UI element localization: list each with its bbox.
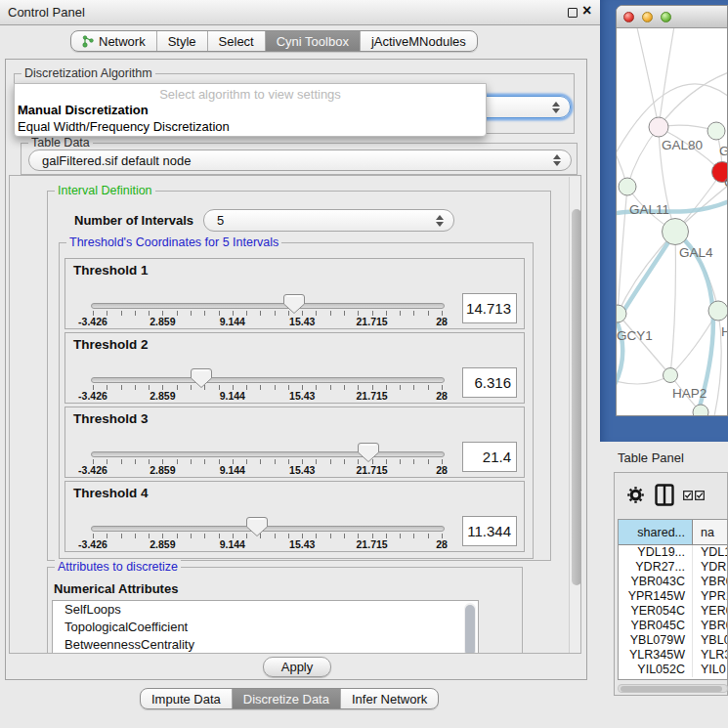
slider-tick-label: -3.426	[68, 390, 117, 402]
threshold-slider-track[interactable]	[91, 451, 445, 457]
apply-button[interactable]: Apply	[263, 657, 331, 677]
close-traffic-light-icon[interactable]	[623, 12, 634, 22]
cell-shared-name[interactable]: YBR045C	[619, 619, 693, 633]
cell-shared-name[interactable]: YLR345W	[619, 648, 693, 663]
slider-tick	[191, 534, 192, 538]
cell-shared-name[interactable]: YBR043C	[619, 575, 693, 589]
network-node[interactable]	[663, 219, 689, 245]
panel-scrollbar-thumb[interactable]	[572, 209, 581, 585]
numerical-attributes-list[interactable]: SelfLoopsTopologicalCoefficientBetweenne…	[52, 600, 479, 654]
list-scrollbar-thumb[interactable]	[465, 605, 475, 654]
network-node[interactable]	[649, 117, 668, 137]
gear-icon[interactable]	[626, 486, 645, 504]
network-node[interactable]	[664, 368, 678, 383]
table-row[interactable]: YER054CYER0	[619, 604, 727, 619]
table-row[interactable]: YBR045CYBR0	[619, 619, 727, 633]
table-row[interactable]: YBR043CYBR0	[619, 575, 727, 589]
zoom-traffic-light-icon[interactable]	[661, 12, 671, 22]
table-data-combobox[interactable]: galFiltered.sif default node	[28, 150, 572, 171]
threshold-slider-thumb[interactable]	[357, 442, 380, 463]
checkbox-icon[interactable]	[683, 491, 693, 500]
close-icon[interactable]: ×	[582, 2, 591, 20]
cell-shared-name[interactable]: YDL19...	[619, 545, 693, 560]
table-row[interactable]: YLR345WYLR3	[619, 648, 727, 663]
network-canvas[interactable]: GAL80GACGAL11GAL4HGCY1HAP2	[617, 28, 728, 416]
slider-tick	[400, 385, 401, 390]
tab-style[interactable]: Style	[156, 31, 207, 51]
column-header-shared-name[interactable]: shared...	[619, 520, 693, 544]
tab-infer-network[interactable]: Infer Network	[340, 689, 438, 708]
table-row[interactable]: YIL052CYIL0	[619, 663, 727, 677]
threshold-value-field[interactable]: 14.713	[462, 293, 517, 323]
slider-tick	[135, 459, 136, 464]
threshold-slider-thumb[interactable]	[190, 367, 213, 389]
cell-shared-name[interactable]: YER054C	[619, 604, 693, 619]
threshold-slider-track[interactable]	[91, 377, 445, 383]
network-node[interactable]	[619, 178, 636, 195]
cell-shared-name[interactable]: YPR145W	[619, 589, 693, 604]
tab-impute-data[interactable]: Impute Data	[141, 689, 232, 708]
panel-scrollbar[interactable]	[569, 177, 581, 653]
cell-name[interactable]: YBL0	[693, 633, 727, 648]
cell-name[interactable]: YLR3	[693, 648, 727, 663]
table-horizontal-scrollbar[interactable]	[618, 684, 728, 693]
column-header-name[interactable]: na	[693, 520, 727, 544]
slider-tick-label: 21.715	[348, 538, 397, 550]
number-of-intervals-combobox[interactable]: 5	[203, 209, 454, 232]
cell-name[interactable]: YIL0	[693, 663, 727, 677]
table-row[interactable]: YDL19...YDL1	[619, 545, 727, 560]
combo-stepper-icon	[436, 215, 444, 227]
threshold-slider-track[interactable]	[91, 303, 445, 309]
slider-tick	[344, 534, 345, 538]
cell-name[interactable]: YPR1	[693, 589, 727, 604]
table-row[interactable]: YPR145WYPR1	[619, 589, 727, 604]
cell-shared-name[interactable]: YBL079W	[619, 633, 693, 648]
network-node[interactable]	[707, 122, 725, 140]
table-horizontal-scrollbar-thumb[interactable]	[621, 686, 722, 692]
table-data-title: Table Data	[28, 136, 93, 150]
slider-tick-label: 21.715	[348, 390, 397, 402]
tab-select[interactable]: Select	[207, 31, 265, 51]
columns-icon[interactable]	[655, 484, 674, 506]
node-table: shared... na YDL19...YDL1YDR27...YDR2YBR…	[618, 519, 728, 680]
slider-tick-label: -3.426	[68, 538, 117, 550]
table-row[interactable]: YDR27...YDR2	[619, 560, 727, 575]
attribute-item[interactable]: SelfLoops	[53, 601, 478, 619]
tab-label: Discretize Data	[243, 692, 329, 707]
cell-name[interactable]: YDL1	[693, 545, 727, 560]
threshold-value-field[interactable]: 21.4	[462, 442, 517, 472]
float-window-icon[interactable]	[568, 8, 578, 18]
algorithm-option-manual[interactable]: Manual Discretization	[15, 102, 486, 118]
algorithm-option-equal-width[interactable]: Equal Width/Frequency Discretization	[15, 118, 486, 135]
cell-name[interactable]: YBR0	[693, 619, 727, 633]
slider-tick	[135, 311, 136, 316]
tab-label: Network	[99, 34, 146, 49]
cell-shared-name[interactable]: YDR27...	[619, 560, 693, 575]
cell-name[interactable]: YER0	[693, 604, 727, 619]
minimize-traffic-light-icon[interactable]	[642, 12, 653, 22]
checkbox-icon[interactable]	[695, 491, 705, 500]
threshold-value-field[interactable]: 6.316	[462, 367, 517, 398]
tab-discretize-data[interactable]: Discretize Data	[232, 689, 340, 708]
threshold-value-field[interactable]: 11.344	[462, 516, 517, 546]
table-data-group: Table Data galFiltered.sif default node	[21, 143, 578, 175]
attribute-item[interactable]: TopologicalCoefficient	[53, 619, 478, 636]
table-row[interactable]: YBL079WYBL0	[619, 633, 727, 648]
cell-shared-name[interactable]: YIL052C	[619, 663, 693, 677]
slider-tick	[330, 459, 331, 464]
network-node-label: H	[721, 324, 728, 339]
slider-tick	[344, 385, 345, 390]
threshold-slider-thumb[interactable]	[245, 516, 269, 537]
table-panel-content: shared... na YDL19...YDL1YDR27...YDR2YBR…	[614, 472, 728, 696]
list-scrollbar[interactable]	[464, 603, 476, 654]
cell-name[interactable]: YDR2	[693, 560, 727, 575]
tab-cyni-toolbox[interactable]: Cyni Toolbox	[265, 31, 360, 51]
attribute-item[interactable]: BetweennessCentrality	[53, 636, 478, 654]
cell-name[interactable]: YBR0	[693, 575, 727, 589]
network-edge	[618, 187, 627, 314]
network-node[interactable]	[693, 405, 708, 416]
tab-jactivemnodules[interactable]: jActiveMNodules	[360, 31, 477, 51]
tab-network[interactable]: Network	[71, 31, 156, 51]
threshold-panel-1: Threshold 1-3.4262.8599.14415.4321.71528…	[64, 258, 525, 329]
network-node[interactable]	[708, 301, 728, 321]
